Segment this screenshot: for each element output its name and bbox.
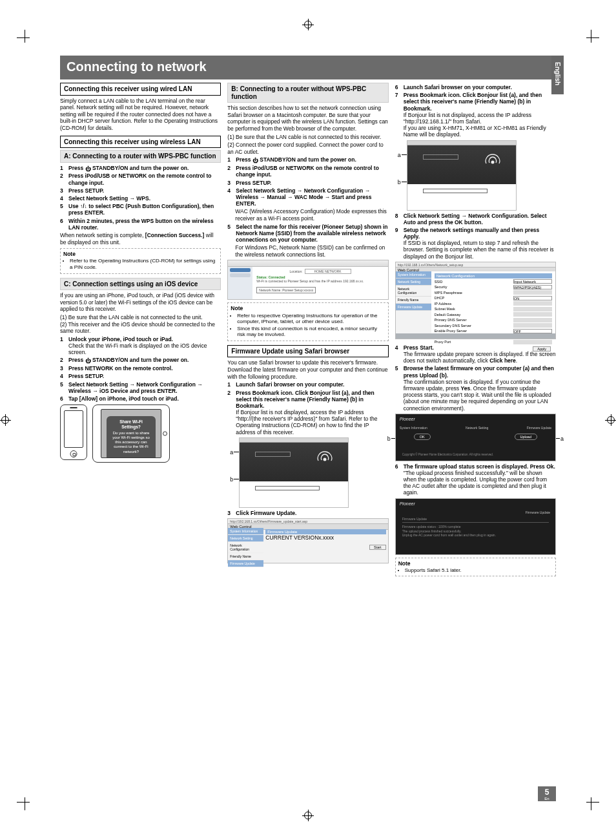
screenshot-fw-upload: Pioneer System Information Network Setti…: [395, 414, 556, 461]
apply-button[interactable]: Apply: [533, 346, 551, 352]
field-label: IP Address: [435, 302, 452, 306]
page-number: 5 En: [538, 786, 556, 801]
status-text: Wi-Fi is connected to Pioneer Setup and …: [256, 279, 384, 283]
a-step-3: Press SETUP.: [68, 187, 104, 194]
start-button[interactable]: Start: [369, 545, 386, 550]
dialog-body: Do you want to share your Wi-Fi settings…: [110, 431, 152, 454]
b-step-3: Press SETUP.: [236, 180, 271, 186]
tab-label[interactable]: Network Setting: [466, 426, 488, 430]
side-tab[interactable]: Network Setting: [396, 278, 431, 286]
field-select[interactable]: Input Network: [513, 279, 552, 284]
field-select[interactable]: ON: [513, 296, 552, 300]
panel-title: Firmware Update: [402, 517, 549, 523]
airplay-swirl-icon: [314, 449, 335, 466]
body-wired-lan: Simply connect a LAN cable to the LAN te…: [60, 98, 221, 132]
r-step-6: Launch Safari browser on your computer.: [404, 84, 512, 90]
field-label: Proxy Port: [435, 340, 451, 344]
fw-step-5: Browse the latest firmware on your compu…: [404, 365, 556, 411]
field-input[interactable]: [513, 323, 552, 328]
heading-firmware-update: Firmware Update using Safari browser: [227, 345, 388, 358]
field-label: Subnet Mask: [435, 307, 455, 311]
b-step-2: Press iPod/USB or NETWORK on the remote …: [236, 165, 388, 178]
dialog-allow-button[interactable]: Allow: [110, 457, 129, 458]
screenshot-webcontrol-firmware: http://192.168.1.xx/Others/Firmware_upda…: [227, 518, 388, 563]
field-input[interactable]: [513, 301, 552, 306]
address-bar[interactable]: http://192.168.1.xx/Others/Firmware_upda…: [228, 519, 387, 524]
c-step-5: Select Network Setting → Network Configu…: [68, 381, 221, 394]
callout-b: b: [398, 179, 401, 185]
b-step-4-sub: WAC (Wireless Accessory Configuration) M…: [235, 208, 388, 222]
note-item: Supports Safari 5.1 later.: [405, 567, 553, 574]
column-left: Connecting this receiver using wired LAN…: [60, 83, 221, 579]
note-box-b: Note Refer to respective Operating Instr…: [227, 302, 388, 341]
tab-label[interactable]: System Information: [400, 426, 427, 430]
fw-step-3: Click Firmware Update.: [236, 510, 296, 516]
callout-a: a: [560, 436, 564, 442]
side-tab[interactable]: Firmware Update: [396, 304, 431, 311]
a-step-2: Press iPod/USB or NETWORK on the remote …: [68, 173, 221, 185]
field-select[interactable]: WPA2/PSK(AES): [513, 285, 552, 289]
row-label: CURRENT VERSION: [265, 534, 318, 541]
subheading-method-b: B: Connecting to a router without WPS-PB…: [227, 83, 388, 103]
a-step-5: Use ↑/↓ to select PBC (Push Button Confi…: [68, 203, 221, 216]
airplay-swirl-icon: [482, 152, 503, 169]
field-input[interactable]: [513, 318, 552, 322]
callout-a: a: [230, 449, 233, 456]
screenshot-safari-bonjour: [239, 437, 349, 508]
network-name-dropdown[interactable]: Network Name: Pioneer Setup:xxxxxx: [256, 287, 316, 293]
iphone-outline-icon: [60, 404, 87, 460]
field-label: Primary DNS Server: [435, 318, 467, 322]
status-text: The upload process finished successfully…: [402, 529, 549, 538]
field-input[interactable]: [513, 290, 552, 295]
field-label: SSID: [435, 280, 443, 284]
note-title: Note: [231, 305, 385, 311]
pioneer-logo-icon: Pioneer: [400, 417, 415, 421]
field-input[interactable]: [513, 312, 552, 317]
side-tab[interactable]: System Information: [228, 528, 263, 535]
column-right: 6Launch Safari browser on your computer.…: [395, 83, 556, 579]
c-intro1: If you are using an iPhone, iPod touch, …: [60, 292, 221, 313]
side-tab[interactable]: Friendly Name: [228, 553, 263, 560]
tab-label[interactable]: Firmware Update: [527, 426, 551, 430]
field-input[interactable]: [513, 307, 552, 311]
fw-step-6: The firmware upload status screen is dis…: [404, 463, 556, 496]
fw-step-1: Launch Safari browser on your computer.: [236, 381, 344, 388]
side-tab[interactable]: Firmware Update: [228, 560, 263, 567]
subheading-method-a: A: Connecting to a router with WPS-PBC f…: [60, 150, 221, 163]
c-step-1: Unlock your iPhone, iPod touch or iPad.C…: [68, 336, 221, 356]
a-complete: When network setting is complete, [Conne…: [60, 232, 221, 246]
side-tab[interactable]: Friendly Name: [396, 297, 431, 304]
callout-b: b: [230, 476, 233, 483]
b-step-1: Press ⏻ STANDBY/ON and turn the power on…: [236, 156, 356, 163]
fw-intro: You can use Safari browser to update thi…: [227, 359, 388, 380]
side-tab[interactable]: Network Configuration: [228, 542, 263, 553]
note-box-a: Note Refer to the Operating Instructions…: [60, 248, 221, 273]
upload-button[interactable]: Upload: [515, 434, 537, 440]
screenshot-macos-network: Location: HOME NETWORK Status: Connected…: [227, 260, 388, 300]
side-tab[interactable]: Network Setting: [228, 535, 263, 542]
screenshot-safari-bonjour: [407, 140, 517, 211]
field-select[interactable]: OFF: [513, 329, 552, 333]
dialog-ignore-button[interactable]: Ignore: [133, 457, 152, 458]
field-label: WPS Passphrase: [435, 291, 462, 295]
r-step-8: Click Network Setting → Network Configur…: [404, 213, 556, 226]
heading-wireless-lan: Connecting this receiver using wireless …: [60, 136, 221, 149]
panel-title: Firmware Update: [265, 529, 385, 534]
ok-button[interactable]: OK: [414, 434, 431, 440]
b-step-4: Select Network Setting → Network Configu…: [236, 187, 388, 207]
callout-b: b: [387, 436, 391, 442]
c-step-6: Tap [Allow] on iPhone, iPod touch or iPa…: [68, 395, 179, 402]
page-lang: En: [538, 797, 556, 801]
note-item: Since this kind of connection is not enc…: [237, 326, 385, 338]
b-pre-1: (1) Be sure that the LAN cable is not co…: [227, 134, 388, 141]
field-input[interactable]: [513, 340, 552, 344]
heading-wired-lan: Connecting this receiver using wired LAN: [60, 83, 221, 96]
b-pre-2: (2) Connect the power cord supplied. Con…: [227, 142, 388, 155]
side-tab[interactable]: System Information: [396, 271, 431, 278]
field-label: Default Gateway: [435, 313, 461, 317]
field-label: Security: [435, 285, 447, 289]
address-bar[interactable]: http://192.168.1.xx/Others/Network_setup…: [396, 262, 555, 268]
pioneer-logo-icon: Pioneer: [400, 501, 415, 506]
side-tab[interactable]: Network Configuration: [396, 286, 431, 297]
ios-devices-illustration: Share Wi-Fi Settings? Do you want to sha…: [60, 404, 221, 463]
